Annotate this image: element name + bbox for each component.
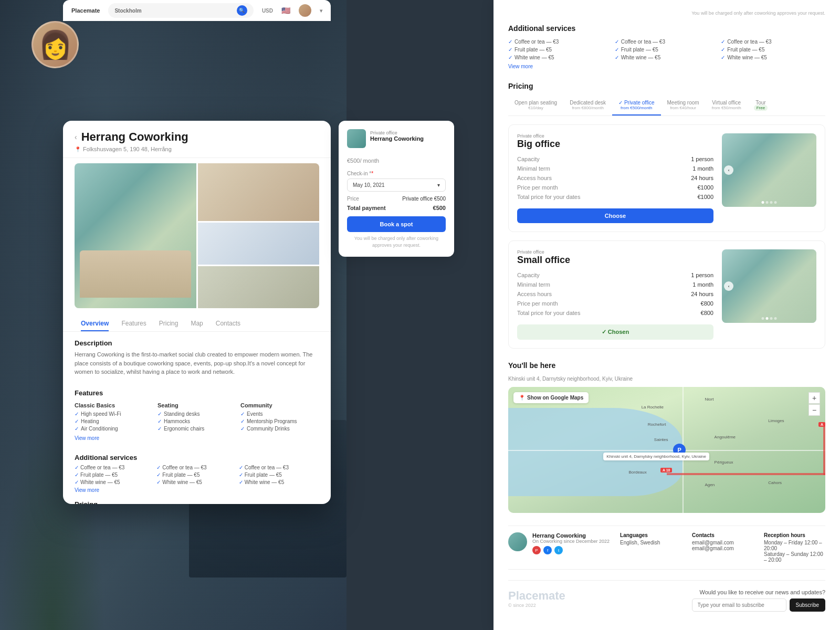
- rp-service-coffee-2: ✓ Coffee or tea — €3: [615, 39, 719, 45]
- small-total-value: €800: [701, 310, 713, 316]
- feature-standing-label: Standing desks: [164, 411, 200, 417]
- small-image-indicators: [762, 317, 777, 320]
- features-title: Features: [75, 389, 319, 397]
- pinterest-icon[interactable]: P: [532, 546, 541, 554]
- rp-tab-meeting[interactable]: Meeting room from €40/hour: [661, 97, 706, 116]
- card-header: ‹ Herrang Coworking Folkshusvagen 5, 190…: [63, 121, 331, 158]
- feature-wifi: ✓High speed Wi-Fi: [75, 411, 153, 417]
- big-access-row: Access hours 24 hours: [517, 175, 713, 181]
- cw-logo-area: Herrang Coworking On Coworking since Dec…: [508, 532, 610, 563]
- subscribe-button[interactable]: Subscribe: [790, 598, 825, 612]
- photo-top-right[interactable]: [198, 163, 320, 221]
- small-office-chosen-button[interactable]: ✓ Chosen: [517, 324, 713, 340]
- city-laRochelle: La Rochelle: [642, 405, 664, 410]
- small-access-value: 24 hours: [691, 291, 713, 297]
- service-coffee-2: ✓ Coffee or tea — €3: [156, 465, 237, 470]
- contact-email-2: email@gmail.com: [692, 545, 753, 551]
- city-perigueux: Périgueux: [715, 460, 733, 465]
- small-access-label: Access hours: [517, 291, 552, 297]
- additional-services-card: Additional services ✓ Coffee or tea — €3…: [75, 454, 319, 493]
- flag-icon: 🇺🇸: [281, 6, 290, 15]
- zoom-in-button[interactable]: +: [808, 392, 820, 404]
- service-coffee-3: ✓ Coffee or tea — €3: [239, 465, 319, 470]
- view-more-services[interactable]: View more: [75, 487, 319, 493]
- card-body: Description Herrang Coworking is the fir…: [63, 332, 331, 504]
- feature-drinks: ✓Community Drinks: [240, 426, 319, 432]
- tab-features[interactable]: Features: [115, 317, 152, 331]
- service-wine-3: ✓ White wine — €5: [239, 479, 319, 485]
- small-price-label: Price per month: [517, 300, 558, 307]
- price-per-month-label: Price per month: [517, 184, 558, 191]
- feature-mentorship: ✓Mentorship Programs: [240, 418, 319, 424]
- rp-tab-tour[interactable]: Tour Free: [748, 97, 774, 116]
- city-agen: Agen: [705, 482, 715, 487]
- small-dot-2: [766, 317, 769, 320]
- feature-hammocks: ✓Hammocks: [158, 418, 236, 424]
- twitter-icon[interactable]: t: [554, 546, 563, 554]
- user-avatar-small[interactable]: [299, 4, 311, 17]
- small-office-card: Private office Small office Capacity 1 p…: [508, 240, 825, 349]
- zoom-out-button[interactable]: −: [808, 404, 820, 416]
- view-more-features[interactable]: View more: [75, 435, 319, 441]
- big-term-row: Minimal term 1 month: [517, 165, 713, 172]
- rp-tab-open-plan[interactable]: Open plan seating €10/day: [508, 97, 563, 116]
- small-capacity-row: Capacity 1 person: [517, 272, 713, 278]
- email-subscribe-input[interactable]: [692, 598, 786, 612]
- booking-space-name: Herrang Coworking: [370, 135, 424, 142]
- big-office-choose-button[interactable]: Choose: [517, 208, 713, 223]
- photo-bottom-right[interactable]: [198, 266, 320, 308]
- city-cahors: Cahors: [768, 480, 782, 485]
- listing-card: ‹ Herrang Coworking Folkshusvagen 5, 190…: [63, 121, 331, 504]
- image-indicators: [762, 201, 777, 204]
- tab-pricing[interactable]: Pricing: [153, 317, 185, 331]
- small-office-type: Private office: [517, 249, 713, 255]
- booking-price-display: €500/ month: [347, 153, 446, 165]
- subscribe-label: Would you like to receive our news and u…: [692, 589, 825, 595]
- coworking-info-bar: Herrang Coworking On Coworking since Dec…: [508, 526, 825, 570]
- rp-pricing-title: Pricing: [508, 82, 825, 90]
- reception-weekdays: Monday – Friday 12:00 – 20:00: [764, 540, 825, 551]
- contacts-label: Contacts: [692, 532, 753, 538]
- header-brand: Placemate: [71, 7, 100, 14]
- google-maps-label: Show on Google Maps: [527, 395, 583, 401]
- feature-mentorship-label: Mentorship Programs: [247, 418, 297, 424]
- city-rochefort: Rochefort: [648, 422, 666, 427]
- small-term-label: Minimal term: [517, 281, 550, 288]
- small-image-prev-button[interactable]: ‹: [724, 281, 733, 291]
- header-search[interactable]: Stockholm 🔍: [108, 3, 253, 18]
- rp-tab-dedicated[interactable]: Dedicated desk from €800/month: [563, 97, 612, 116]
- feature-col-basics: Classic Basics ✓High speed Wi-Fi ✓Heatin…: [75, 402, 153, 433]
- book-note: You will be charged only after coworking…: [347, 235, 446, 248]
- features-section: Features Classic Basics ✓High speed Wi-F…: [75, 389, 319, 441]
- tab-overview[interactable]: Overview: [75, 317, 115, 331]
- listing-title: Herrang Coworking: [81, 130, 188, 144]
- rp-tab-virtual[interactable]: Virtual office from €50/month: [706, 97, 748, 116]
- price-row: Price Private office €500: [347, 196, 446, 202]
- feature-ergo: ✓Ergonomic chairs: [158, 426, 236, 432]
- listing-address: Folkshusvagen 5, 190 48, Herrång: [75, 146, 319, 152]
- back-button[interactable]: ‹: [75, 133, 77, 141]
- tab-contacts[interactable]: Contacts: [209, 317, 247, 331]
- rp-tab-private-office[interactable]: ✓ Private office from €500/month: [612, 97, 660, 116]
- feature-events-label: Events: [247, 411, 263, 417]
- service-wine-1: ✓ White wine — €5: [75, 479, 155, 485]
- big-office-type: Private office: [517, 133, 713, 139]
- feature-events: ✓Events: [240, 411, 319, 417]
- map-container[interactable]: A 10 A Niort La Rochelle Rochefort Saint…: [508, 387, 825, 513]
- photo-main[interactable]: [75, 163, 196, 308]
- image-prev-button[interactable]: ‹: [724, 165, 733, 175]
- avatar[interactable]: [32, 21, 79, 68]
- search-button[interactable]: 🔍: [237, 5, 247, 16]
- tab-map[interactable]: Map: [184, 317, 209, 331]
- facebook-icon[interactable]: f: [543, 546, 552, 554]
- photo-mid-right[interactable]: [198, 223, 320, 265]
- google-maps-button[interactable]: 📍 Show on Google Maps: [513, 392, 589, 403]
- big-capacity-value: 1 person: [691, 156, 713, 162]
- currency-selector[interactable]: USD: [262, 8, 273, 14]
- checkin-date-input[interactable]: May 10, 2021 ▾: [347, 178, 446, 192]
- rp-service-wine-3: ✓ White wine — €5: [721, 55, 825, 60]
- city-angouleme: Angoulême: [715, 435, 736, 439]
- rp-view-more-services[interactable]: View more: [508, 64, 825, 69]
- book-spot-button[interactable]: Book a spot: [347, 216, 446, 232]
- access-label: Access hours: [517, 175, 552, 181]
